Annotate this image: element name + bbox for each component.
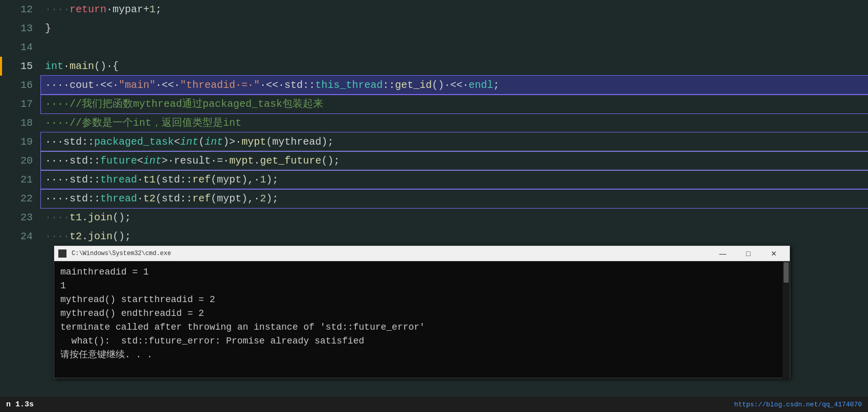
terminal-scrollbar[interactable] bbox=[783, 261, 790, 379]
code-line-15: 15int·main()·{ bbox=[0, 57, 868, 76]
line-number-12: 12 bbox=[0, 0, 41, 19]
code-line-20: 20····std::future<int>·result·=·mypt.get… bbox=[0, 151, 868, 170]
minimize-button[interactable]: — bbox=[711, 246, 735, 261]
line-content-20: ····std::future<int>·result·=·mypt.get_f… bbox=[41, 151, 868, 170]
terminal-line-4: terminate called after throwing an insta… bbox=[60, 321, 784, 334]
line-content-13: } bbox=[41, 19, 868, 38]
line-number-17: 17 bbox=[0, 95, 41, 113]
line-content-12: ····return·mypar+1; bbox=[41, 0, 868, 19]
line-content-15: int·main()·{ bbox=[41, 57, 868, 76]
code-line-12: 12····return·mypar+1; bbox=[0, 0, 868, 19]
code-line-18: 18····//参数是一个int，返回值类型是int bbox=[0, 113, 868, 132]
maximize-button[interactable]: □ bbox=[737, 246, 760, 261]
line-number-24: 24 bbox=[0, 227, 41, 245]
code-editor: 12····return·mypar+1;13}1415int·main()·{… bbox=[0, 0, 868, 245]
close-button[interactable]: ✕ bbox=[762, 246, 786, 261]
status-left: n 1.3s bbox=[6, 400, 34, 409]
line-content-18: ····//参数是一个int，返回值类型是int bbox=[41, 113, 868, 132]
line-number-18: 18 bbox=[0, 113, 41, 132]
terminal-line-3: mythread() endthreadid = 2 bbox=[60, 307, 784, 321]
line-number-20: 20 bbox=[0, 151, 41, 170]
line-content-19: ···std::packaged_task<int(int)>·mypt(myt… bbox=[41, 132, 868, 151]
line-content-16: ····cout·<<·"main"·<<·"threadid·=·"·<<·s… bbox=[41, 76, 868, 95]
terminal-body: mainthreadid = 11mythread() startthreadi… bbox=[54, 261, 790, 378]
terminal-titlebar: C:\Windows\System32\cmd.exe — □ ✕ bbox=[54, 246, 790, 261]
line-content-21: ····std::thread·t1(std::ref(mypt),·1); bbox=[41, 170, 868, 189]
code-line-17: 17····//我们把函数mythread通过packaged_task包装起来 bbox=[0, 95, 868, 113]
line-number-13: 13 bbox=[0, 19, 41, 38]
code-line-23: 23····t1.join(); bbox=[0, 208, 868, 227]
code-line-14: 14 bbox=[0, 38, 868, 57]
line-number-23: 23 bbox=[0, 208, 41, 227]
cmd-icon bbox=[58, 249, 66, 258]
terminal-title-text: C:\Windows\System32\cmd.exe bbox=[72, 250, 171, 257]
line-content-24: ····t2.join(); bbox=[41, 227, 868, 245]
terminal-line-0: mainthreadid = 1 bbox=[60, 265, 784, 279]
code-lines: 12····return·mypar+1;13}1415int·main()·{… bbox=[0, 0, 868, 245]
code-line-19: 19···std::packaged_task<int(int)>·mypt(m… bbox=[0, 132, 868, 151]
status-url[interactable]: https://blog.csdn.net/qq_4174070 bbox=[734, 401, 862, 408]
terminal-line-1: 1 bbox=[60, 279, 784, 293]
terminal-scrollbar-thumb[interactable] bbox=[784, 262, 789, 283]
terminal-controls[interactable]: — □ ✕ bbox=[711, 246, 786, 261]
code-line-13: 13} bbox=[0, 19, 868, 38]
line-content-17: ····//我们把函数mythread通过packaged_task包装起来 bbox=[41, 95, 868, 113]
line-number-21: 21 bbox=[0, 170, 41, 189]
line-number-15: 15 bbox=[0, 57, 41, 76]
code-line-22: 22····std::thread·t2(std::ref(mypt),·2); bbox=[0, 189, 868, 208]
terminal-title-left: C:\Windows\System32\cmd.exe bbox=[58, 249, 171, 258]
code-line-16: 16····cout·<<·"main"·<<·"threadid·=·"·<<… bbox=[0, 76, 868, 95]
code-line-24: 24····t2.join(); bbox=[0, 227, 868, 245]
line-content-23: ····t1.join(); bbox=[41, 208, 868, 227]
status-bar: n 1.3s https://blog.csdn.net/qq_4174070 bbox=[0, 397, 868, 412]
status-label: n 1.3s bbox=[6, 400, 34, 409]
code-line-21: 21····std::thread·t1(std::ref(mypt),·1); bbox=[0, 170, 868, 189]
line-number-22: 22 bbox=[0, 189, 41, 208]
line-content-22: ····std::thread·t2(std::ref(mypt),·2); bbox=[41, 189, 868, 208]
terminal-window[interactable]: C:\Windows\System32\cmd.exe — □ ✕ mainth… bbox=[54, 245, 790, 378]
line-number-19: 19 bbox=[0, 132, 41, 151]
line-number-14: 14 bbox=[0, 38, 41, 57]
line-number-16: 16 bbox=[0, 76, 41, 95]
terminal-line-6: 请按任意键继续. . . bbox=[60, 348, 784, 362]
terminal-line-2: mythread() startthreadid = 2 bbox=[60, 293, 784, 307]
terminal-line-5: what(): std::future_error: Promise alrea… bbox=[60, 334, 784, 348]
